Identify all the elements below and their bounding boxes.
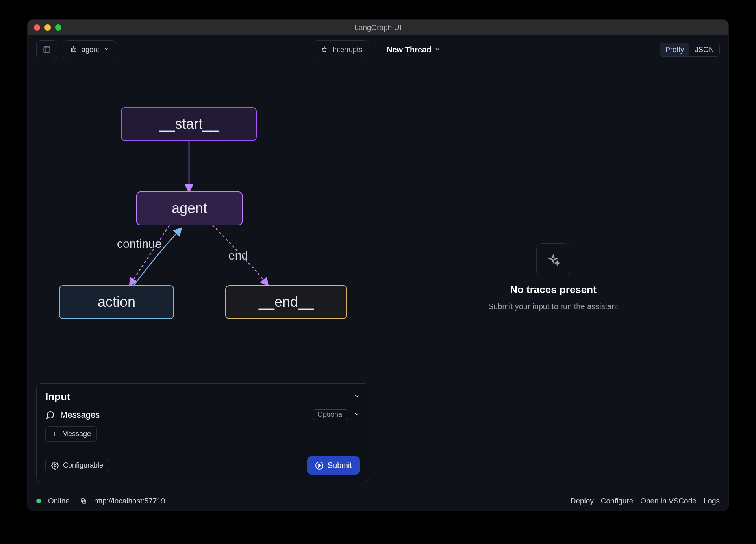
- svg-point-6: [74, 50, 75, 50]
- chevron-down-icon[interactable]: [354, 393, 360, 401]
- view-toggle: Pretty JSON: [660, 43, 720, 57]
- empty-subtitle: Submit your input to run the assistant: [488, 302, 618, 311]
- interrupts-label: Interrupts: [332, 46, 362, 54]
- submit-label: Submit: [328, 461, 352, 470]
- graph-node-action-label: action: [98, 294, 135, 310]
- left-toolbar: agent Interrupts: [28, 35, 378, 64]
- svg-line-10: [326, 48, 327, 49]
- messages-row: Messages Optional: [37, 407, 369, 426]
- panel-icon: [43, 46, 51, 54]
- main-area: agent Interrupts: [28, 35, 728, 491]
- bug-icon: [321, 46, 328, 54]
- chevron-down-icon: [103, 46, 109, 54]
- messages-label: Messages: [60, 410, 308, 420]
- status-online: Online: [48, 497, 70, 505]
- input-panel-title: Input: [45, 391, 70, 403]
- submit-button[interactable]: Submit: [307, 456, 360, 475]
- graph-node-end-label: __end__: [259, 294, 314, 310]
- left-pane: agent Interrupts: [28, 35, 378, 491]
- panel-toggle-button[interactable]: [36, 40, 57, 59]
- window-title: LangGraph UI: [28, 23, 728, 32]
- app-window: LangGraph UI agent Interrupts: [28, 20, 728, 511]
- edge-label-end: end: [228, 249, 248, 262]
- input-panel: Input Messages Optional Message: [36, 383, 369, 482]
- add-message-button[interactable]: Message: [45, 426, 97, 442]
- svg-point-5: [72, 50, 73, 50]
- robot-icon: [70, 46, 78, 54]
- configurable-label: Configurable: [63, 461, 103, 470]
- graph-node-action[interactable]: action: [59, 285, 174, 319]
- graph-node-start[interactable]: __start__: [121, 107, 257, 141]
- graph-canvas[interactable]: __start__ agent action __end__ continue …: [28, 64, 378, 383]
- titlebar: LangGraph UI: [28, 20, 728, 35]
- minimize-icon[interactable]: [44, 24, 51, 31]
- logs-link[interactable]: Logs: [704, 497, 720, 505]
- edge-label-continue: continue: [117, 237, 161, 251]
- tab-pretty[interactable]: Pretty: [660, 43, 689, 56]
- status-dot-icon: [36, 499, 41, 503]
- add-message-label: Message: [62, 430, 91, 438]
- optional-badge: Optional: [313, 409, 348, 420]
- sparkle-icon: [536, 243, 570, 277]
- gear-icon: [51, 462, 59, 470]
- copy-icon[interactable]: [80, 498, 87, 505]
- close-icon[interactable]: [34, 24, 40, 31]
- chevron-down-icon: [434, 45, 441, 54]
- right-body: No traces present Submit your input to r…: [378, 64, 728, 491]
- empty-title: No traces present: [510, 284, 597, 296]
- status-url[interactable]: http://localhost:57719: [94, 497, 165, 505]
- maximize-icon[interactable]: [55, 24, 61, 31]
- graph-node-agent-label: agent: [172, 200, 207, 217]
- configure-link[interactable]: Configure: [601, 497, 633, 505]
- graph-node-agent[interactable]: agent: [136, 191, 243, 225]
- chevron-down-icon[interactable]: [354, 411, 360, 418]
- svg-line-13: [322, 51, 324, 52]
- svg-point-18: [54, 464, 56, 466]
- plus-icon: [51, 431, 58, 438]
- deploy-link[interactable]: Deploy: [571, 497, 594, 505]
- statusbar: Online http://localhost:57719 Deploy Con…: [28, 491, 728, 511]
- play-circle-icon: [315, 461, 324, 470]
- graph-node-start-label: __start__: [159, 116, 218, 132]
- open-vscode-link[interactable]: Open in VSCode: [640, 497, 697, 505]
- thread-dropdown[interactable]: New Thread: [387, 45, 441, 54]
- svg-line-14: [325, 51, 326, 52]
- tab-json[interactable]: JSON: [689, 43, 719, 56]
- interrupts-button[interactable]: Interrupts: [314, 40, 369, 59]
- agent-select-label: agent: [82, 46, 99, 54]
- configurable-button[interactable]: Configurable: [45, 458, 109, 473]
- svg-marker-20: [319, 464, 321, 467]
- svg-point-4: [73, 46, 74, 47]
- svg-line-9: [322, 48, 323, 49]
- right-pane: New Thread Pretty JSON No traces present…: [378, 35, 728, 491]
- agent-select-button[interactable]: agent: [63, 40, 116, 59]
- graph-node-end[interactable]: __end__: [225, 285, 347, 319]
- svg-rect-0: [44, 47, 50, 52]
- window-controls: [34, 24, 61, 31]
- thread-label: New Thread: [387, 45, 431, 54]
- right-header: New Thread Pretty JSON: [378, 35, 728, 64]
- chat-icon: [45, 410, 55, 420]
